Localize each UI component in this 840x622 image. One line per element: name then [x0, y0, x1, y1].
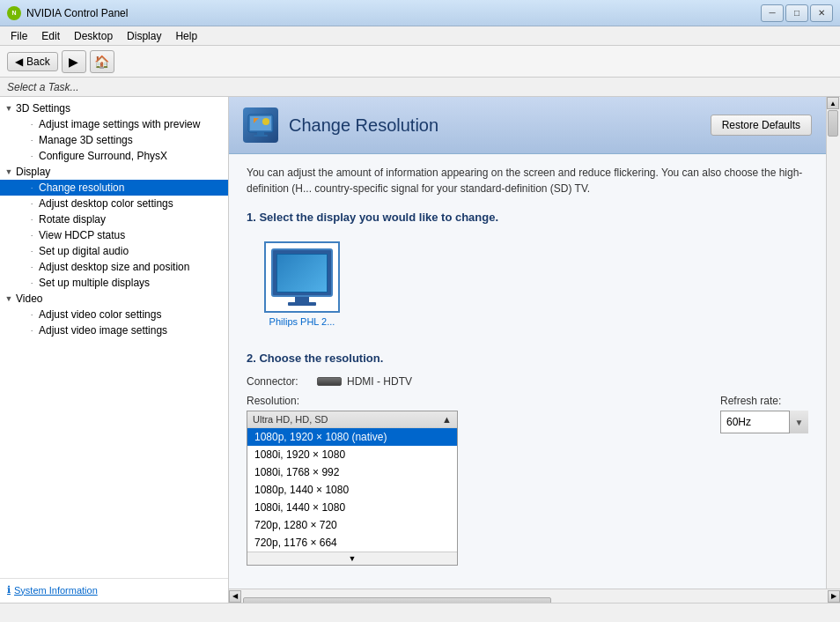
sidebar-3d-settings-label: 3D Settings [16, 102, 70, 115]
resolution-item-6[interactable]: 720p, 1176 × 664 [247, 534, 457, 552]
svg-rect-3 [254, 135, 268, 137]
connector-label: Connector: [247, 375, 317, 388]
sidebar-item-label: View HDCP status [39, 229, 125, 241]
description-text: You can adjust the amount of information… [247, 165, 808, 196]
select-task-bar: Select a Task... [0, 78, 840, 97]
resolution-item-4[interactable]: 1080i, 1440 × 1080 [247, 499, 457, 516]
sidebar-item-digital-audio[interactable]: · Set up digital audio [0, 243, 228, 259]
resolution-left: Resolution: Ultra HD, HD, SD ▲ 1080p, 19… [247, 395, 703, 566]
scroll-up-button[interactable]: ▲ [827, 97, 839, 109]
content-area: Change Resolution Restore Defaults You c… [229, 97, 840, 622]
tree-dot-icon: · [28, 121, 35, 128]
sidebar-item-change-resolution[interactable]: · Change resolution [0, 180, 228, 196]
list-scroll-up-icon[interactable]: ▲ [442, 414, 452, 425]
section1-title: 1. Select the display you would like to … [247, 211, 808, 224]
list-scroll-down-bar[interactable]: ▼ [247, 552, 457, 565]
resolution-layout: Resolution: Ultra HD, HD, SD ▲ 1080p, 19… [247, 395, 808, 566]
close-button[interactable]: ✕ [810, 4, 833, 22]
main-layout: ▼ 3D Settings · Adjust image settings wi… [0, 97, 840, 622]
info-icon: ℹ [7, 584, 11, 596]
expand-3d-icon: ▼ [4, 103, 14, 114]
sidebar-category-video[interactable]: ▼ Video [0, 291, 228, 307]
section2-title: 2. Choose the resolution. [247, 352, 808, 365]
expand-video-icon: ▼ [4, 293, 14, 304]
sidebar-item-label: Adjust desktop size and position [39, 261, 189, 273]
vertical-scrollbar[interactable]: ▲ ▼ [826, 97, 840, 608]
monitor-display[interactable]: Philips PHL 2... [264, 241, 340, 327]
sidebar-category-3d-settings[interactable]: ▼ 3D Settings [0, 100, 228, 116]
sidebar-category-display[interactable]: ▼ Display [0, 164, 228, 180]
content-header-icon [243, 107, 278, 143]
sidebar-item-video-image[interactable]: · Adjust video image settings [0, 322, 228, 338]
resolution-list-items: 1080p, 1920 × 1080 (native) 1080i, 1920 … [247, 428, 457, 552]
tree-dot-icon: · [28, 200, 35, 207]
forward-button[interactable]: ▶ [62, 50, 86, 73]
window-controls: ─ □ ✕ [761, 4, 833, 22]
minimize-button[interactable]: ─ [761, 4, 784, 22]
tree-dot-icon: · [28, 232, 35, 239]
resolution-item-3[interactable]: 1080p, 1440 × 1080 [247, 481, 457, 499]
content-header: Change Resolution Restore Defaults [229, 97, 826, 154]
nvidia-logo: N [7, 6, 21, 20]
resolution-item-0[interactable]: 1080p, 1920 × 1080 (native) [247, 428, 457, 446]
svg-rect-2 [257, 132, 264, 135]
back-label: Back [26, 56, 50, 68]
content-body: You can adjust the amount of information… [229, 154, 826, 622]
resolution-item-5[interactable]: 720p, 1280 × 720 [247, 516, 457, 534]
tree-dot-icon: · [28, 216, 35, 223]
content-inner: Change Resolution Restore Defaults You c… [229, 97, 826, 622]
resolution-item-2[interactable]: 1080i, 1768 × 992 [247, 463, 457, 481]
tree-dot-icon: · [28, 279, 35, 286]
sidebar-item-manage-3d[interactable]: · Manage 3D settings [0, 132, 228, 148]
sidebar-item-multiple-displays[interactable]: · Set up multiple displays [0, 275, 228, 291]
sidebar-item-label: Manage 3D settings [39, 134, 133, 146]
sidebar-item-adjust-color[interactable]: · Adjust desktop color settings [0, 196, 228, 211]
connector-type: HDMI - HDTV [347, 375, 412, 388]
tree-dot-icon: · [28, 327, 35, 334]
system-info-link[interactable]: ℹ System Information [7, 584, 221, 596]
forward-arrow-icon: ▶ [69, 55, 78, 69]
sidebar-item-rotate[interactable]: · Rotate display [0, 211, 228, 227]
resolution-label: Resolution: [247, 395, 703, 407]
sidebar-item-label: Adjust video image settings [39, 324, 167, 337]
resolution-item-1[interactable]: 1080i, 1920 × 1080 [247, 446, 457, 463]
menu-edit[interactable]: Edit [34, 28, 67, 44]
sidebar-item-hdcp[interactable]: · View HDCP status [0, 227, 228, 243]
home-button[interactable]: 🏠 [90, 50, 114, 73]
resolution-listbox[interactable]: Ultra HD, HD, SD ▲ 1080p, 1920 × 1080 (n… [247, 411, 458, 566]
sidebar-display-label: Display [16, 166, 50, 178]
scroll-right-button[interactable]: ▶ [828, 590, 840, 603]
expand-display-icon: ▼ [4, 167, 14, 177]
maximize-button[interactable]: □ [785, 4, 808, 22]
menu-file[interactable]: File [4, 28, 34, 44]
sidebar-footer: ℹ System Information [0, 578, 228, 601]
restore-defaults-button[interactable]: Restore Defaults [711, 115, 812, 136]
status-bar [0, 603, 840, 622]
monitor-label[interactable]: Philips PHL 2... [269, 316, 335, 327]
sidebar-item-video-color[interactable]: · Adjust video color settings [0, 307, 228, 322]
back-arrow-icon: ◀ [15, 56, 23, 68]
sidebar-item-configure-surround[interactable]: · Configure Surround, PhysX [0, 148, 228, 164]
sidebar-item-adjust-image[interactable]: · Adjust image settings with preview [0, 116, 228, 132]
scroll-left-button[interactable]: ◀ [229, 590, 241, 603]
scroll-thumb[interactable] [828, 110, 838, 137]
tree-dot-icon: · [28, 248, 35, 255]
horizontal-scrollbar[interactable]: ◀ ▶ [229, 589, 840, 603]
hdmi-connector-icon [317, 377, 342, 386]
menu-help[interactable]: Help [168, 28, 204, 44]
list-scroll-down-icon[interactable]: ▼ [349, 554, 357, 563]
section2: 2. Choose the resolution. Connector: HDM… [247, 352, 808, 622]
menu-display[interactable]: Display [120, 28, 168, 44]
back-button[interactable]: ◀ Back [7, 52, 58, 71]
monitor-frame-wrapper [264, 241, 340, 313]
content-header-title: Change Resolution [289, 115, 438, 136]
menu-desktop[interactable]: Desktop [67, 28, 120, 44]
connector-row: Connector: HDMI - HDTV [247, 375, 808, 388]
monitor-base [288, 302, 316, 306]
resolution-listbox-container: Ultra HD, HD, SD ▲ 1080p, 1920 × 1080 (n… [247, 411, 458, 566]
sidebar-item-desktop-size[interactable]: · Adjust desktop size and position [0, 259, 228, 275]
refresh-right: Refresh rate: 60Hz 30Hz 24Hz ▼ [720, 395, 808, 433]
refresh-rate-select[interactable]: 60Hz 30Hz 24Hz [720, 411, 808, 433]
scroll-track [827, 109, 840, 596]
monitor-body [271, 248, 333, 297]
